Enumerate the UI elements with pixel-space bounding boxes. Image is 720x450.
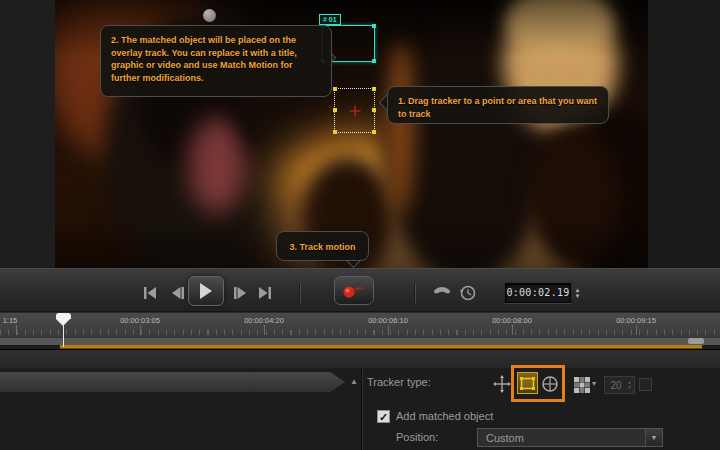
mosaic-effect-button[interactable] [572, 375, 592, 395]
dropdown-arrow-icon: ▼ [651, 434, 658, 441]
object-handle[interactable] [372, 24, 376, 28]
object-handle[interactable] [372, 59, 376, 63]
add-matched-object-label: Add matched object [396, 410, 493, 422]
track-motion-button[interactable] [334, 276, 374, 305]
expand-panel-button[interactable]: ▲ [350, 377, 358, 386]
toolbar-separator [300, 283, 301, 303]
playhead-line [63, 324, 64, 347]
track-motion-record-icon [341, 282, 367, 299]
right-panel-spacer [648, 0, 720, 268]
go-to-start-button[interactable] [139, 284, 161, 302]
history-clock-icon [458, 284, 477, 302]
tracker-type-label: Tracker type: [367, 376, 431, 388]
matched-object-id-badge: # 01 [319, 14, 341, 25]
tracker-handle[interactable] [372, 87, 376, 91]
tracker-type-point-button[interactable] [492, 374, 512, 394]
collapsed-track-bar[interactable] [0, 372, 345, 392]
tick-label: 00:00:06:10 [368, 316, 408, 325]
next-frame-button[interactable] [229, 284, 251, 302]
go-to-end-button[interactable] [254, 284, 276, 302]
phone-handset-icon [432, 284, 452, 302]
timecode-spin-down[interactable]: ▼ [575, 293, 581, 299]
mosaic-size-value: 20 [605, 380, 627, 391]
position-dropdown[interactable]: Custom ▼ [477, 428, 663, 447]
play-button[interactable] [188, 276, 224, 306]
tooltip-step1: 1. Drag tracker to a point or area that … [387, 86, 609, 124]
tracker-handle[interactable] [333, 130, 337, 134]
timeline-ruler[interactable]: 1:15 00:00:03:05 00:00:04:20 00:00:06:10… [0, 312, 720, 337]
go-to-start-icon [143, 287, 158, 299]
tick-label: 00:00:08:00 [492, 316, 532, 325]
mosaic-dropdown-arrow[interactable]: ▾ [592, 379, 596, 388]
ruler-major-ticks [0, 325, 720, 335]
timeline-scrollbar[interactable] [0, 337, 720, 345]
tooltip-step3: 3. Track motion [276, 231, 369, 261]
timecode-field[interactable]: 0:00:02.19 [505, 283, 571, 303]
tick-label: 1:15 [3, 316, 18, 325]
motion-tracking-dialog: # 01 2. The matched object will be place… [0, 0, 720, 450]
track-duration-bar [60, 345, 702, 348]
next-frame-icon [233, 287, 248, 299]
reset-time-button[interactable] [458, 284, 478, 302]
panel-header-strip [0, 349, 720, 368]
disabled-option-box [639, 378, 652, 391]
go-to-end-icon [258, 287, 273, 299]
left-panel-spacer [0, 0, 55, 268]
tracker-handle[interactable] [333, 108, 337, 112]
panel-divider [361, 368, 362, 450]
tracker-handle[interactable] [333, 87, 337, 91]
mosaic-icon [574, 377, 590, 393]
tracker-handle[interactable] [372, 108, 376, 112]
position-label: Position: [396, 431, 438, 443]
position-value: Custom [478, 432, 645, 444]
tick-label: 00:00:09:15 [616, 316, 656, 325]
previous-frame-icon [170, 287, 185, 299]
toolbar-separator [415, 283, 416, 303]
show-track-path-button[interactable] [432, 284, 452, 302]
tick-label: 00:00:04:20 [244, 316, 284, 325]
size-spin-down: ▼ [627, 385, 632, 390]
add-matched-object-checkbox[interactable]: ✓ [377, 410, 390, 423]
tooltip-step2: 2. The matched object will be placed on … [100, 25, 332, 97]
mosaic-size-stepper: 20 ▲ ▼ [604, 376, 635, 394]
previous-frame-button[interactable] [166, 284, 188, 302]
highlight-callout-box [511, 365, 565, 402]
play-icon [199, 283, 213, 299]
tracker-marker[interactable] [334, 88, 375, 133]
tick-label: 00:00:03:05 [120, 316, 160, 325]
tooltip-knob [203, 9, 216, 22]
point-tracker-icon [493, 375, 511, 393]
tracker-handle[interactable] [372, 130, 376, 134]
tracker-crosshair-icon [349, 105, 360, 116]
scrollbar-thumb[interactable] [688, 338, 704, 344]
